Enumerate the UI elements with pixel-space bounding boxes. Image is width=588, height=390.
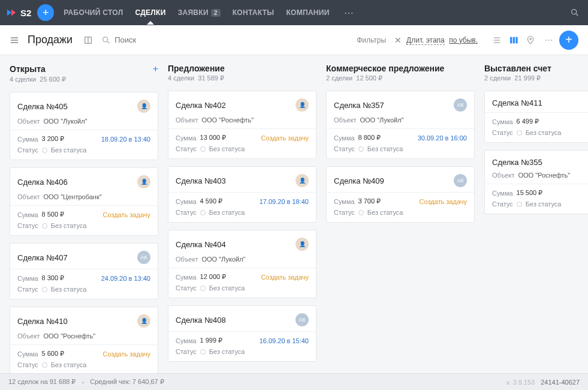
column-summary: 4 сделки 31 589 ₽ [168,74,316,82]
deal-object: ОбъектООО "Лукойл" [176,256,309,263]
deal-date: 18.09.20 в 13:40 [101,136,150,143]
kanban-board: Открыта + 4 сделки 25 600 ₽ Сделка №405 … [0,55,588,373]
svg-point-9 [103,37,108,41]
column-1: Предложение 4 сделки 31 589 ₽ Сделка №40… [168,64,316,373]
deal-title: Сделка №403 [176,176,295,185]
deal-card[interactable]: Сделка №410 👤 ОбъектООО "Роснефть" Сумма… [10,307,158,373]
avatar: АК [454,174,467,187]
status-ring-icon [517,130,522,136]
deal-date: 16.09.20 в 15:40 [260,337,309,344]
avatar: 👤 [137,100,150,113]
column-add-icon[interactable]: + [153,64,158,74]
top-navbar: S2 + РАБОЧИЙ СТОЛСДЕЛКИЗАЯВКИ2КОНТАКТЫКО… [0,0,588,25]
avatar: 👤 [295,238,309,251]
page-title: Продажи [28,34,73,46]
deal-card[interactable]: Сделка №411 Сумма 6 499 ₽ СтатусБез стат… [484,91,588,143]
deal-status: СтатусБез статуса [17,361,150,368]
hamburger-icon[interactable] [10,35,19,45]
nav-item-1[interactable]: СДЕЛКИ [135,8,165,17]
status-ring-icon [42,287,47,292]
sort-field[interactable]: Длит. этапа [406,36,445,45]
create-task-link[interactable]: Создать задачу [419,198,467,205]
map-view-icon[interactable] [526,35,535,45]
deal-card[interactable]: Сделка №404 👤 ОбъектООО "Лукойл" Сумма 1… [168,230,316,298]
deal-object: ОбъектООО "Роснефть" [17,332,150,340]
create-task-link[interactable]: Создать задачу [261,134,309,142]
deal-amount-row: Сумма 8 500 ₽ Создать задачу [17,211,150,218]
create-task-link[interactable]: Создать задачу [102,211,150,218]
status-ring-icon [42,148,47,153]
svg-point-17 [530,38,532,40]
deal-card[interactable]: Сделка №402 👤 ОбъектООО "Роснефть" Сумма… [168,91,316,159]
app-logo[interactable]: S2 [6,7,31,18]
search-input[interactable] [114,35,186,44]
deal-status: СтатусБез статуса [492,200,588,208]
deal-amount-row: Сумма 13 000 ₽ Создать задачу [176,134,309,142]
column-3: Выставлен счет 2 сделки 21 999 ₽ Сделка … [484,64,588,373]
deal-card[interactable]: Сделка №357 АК ОбъектООО "Лукойл" Сумма … [326,91,475,159]
logo-icon [6,7,17,18]
nav-item-3[interactable]: КОНТАКТЫ [233,8,275,17]
footer-version: v. 3.9.153 [506,379,535,386]
sort-order[interactable]: по убыв. [449,36,478,44]
global-add-button[interactable]: + [37,4,54,21]
deal-title: Сделка №357 [334,101,454,110]
deal-card[interactable]: Сделка №409 АК Сумма 3 700 ₽ Создать зад… [326,166,475,223]
deal-card[interactable]: Сделка №355 ОбъектООО "Роснефть" Сумма 1… [484,150,588,214]
sort-control[interactable]: Длит. этапа по убыв. [406,36,478,44]
deal-amount-row: Сумма 6 499 ₽ [492,118,588,125]
deal-amount-row: Сумма 3 700 ₽ Создать задачу [334,197,467,205]
add-deal-button[interactable]: + [559,31,578,50]
deal-card[interactable]: Сделка №406 👤 ОбъектООО "Центробанк" Сум… [10,167,158,236]
footer-avg: Средний чек: 7 640,67 ₽ [90,378,164,386]
more-options-icon[interactable]: ⋯ [545,35,553,44]
deal-status: СтатусБез статуса [492,129,588,136]
deal-amount-row: Сумма 1 999 ₽ 16.09.20 в 15:40 [176,337,309,344]
status-bar: 12 сделок на 91 688 ₽ • Средний чек: 7 6… [0,373,588,390]
deal-title: Сделка №406 [17,178,137,187]
status-ring-icon [42,362,47,368]
footer-build: 24141-40627 [541,379,580,386]
deal-amount-row: Сумма 12 000 ₽ Создать задачу [176,273,309,281]
create-task-link[interactable]: Создать задачу [261,274,309,281]
column-title: Предложение [168,64,316,73]
nav-item-0[interactable]: РАБОЧИЙ СТОЛ [64,8,123,17]
deal-status: СтатусБез статуса [176,348,309,355]
filters-button[interactable]: Фильтры [357,36,386,44]
svg-rect-14 [510,37,512,43]
deal-object: ОбъектООО "Роснефть" [176,116,309,124]
deal-object: ОбъектООО "Лукойл" [17,118,150,125]
deal-amount-row: Сумма 8 300 ₽ 24.09.20 в 13:40 [17,274,150,282]
avatar: АК [295,313,309,326]
global-search-icon[interactable] [568,5,582,20]
svg-marker-0 [7,10,11,16]
deal-card[interactable]: Сделка №405 👤 ОбъектООО "Лукойл" Сумма 3… [10,92,158,160]
avatar: 👤 [137,175,150,188]
status-ring-icon [358,210,364,215]
avatar: 👤 [295,174,309,187]
deal-card[interactable]: Сделка №408 АК Сумма 1 999 ₽ 16.09.20 в … [168,305,316,362]
nav-item-4[interactable]: КОМПАНИИ [286,8,329,17]
nav-badge: 2 [211,9,221,17]
deal-title: Сделка №409 [334,176,454,185]
status-ring-icon [517,202,522,207]
deal-status: СтатусБез статуса [176,145,309,152]
list-view-icon[interactable] [492,35,502,45]
clear-sort-icon[interactable]: ✕ [394,35,402,45]
deal-card[interactable]: Сделка №407 АК Сумма 8 300 ₽ 24.09.20 в … [10,243,158,299]
search-field[interactable] [101,35,186,45]
deal-status: СтатусБез статуса [17,286,150,293]
deal-date: 24.09.20 в 13:40 [101,275,150,282]
deal-status: СтатусБез статуса [176,284,309,292]
book-icon[interactable] [83,35,93,45]
deal-amount-row: Сумма 5 600 ₽ Создать задачу [17,350,150,358]
deal-card[interactable]: Сделка №403 👤 Сумма 4 590 ₽ 17.09.20 в 1… [168,166,316,223]
nav-more-icon[interactable]: ⋯ [344,7,354,19]
deal-title: Сделка №402 [176,101,295,110]
svg-line-3 [576,14,578,16]
svg-marker-1 [11,10,16,16]
nav-item-2[interactable]: ЗАЯВКИ2 [178,8,221,17]
deal-status: СтатусБез статуса [334,145,467,152]
kanban-view-icon[interactable] [509,35,518,45]
create-task-link[interactable]: Создать задачу [102,350,150,358]
